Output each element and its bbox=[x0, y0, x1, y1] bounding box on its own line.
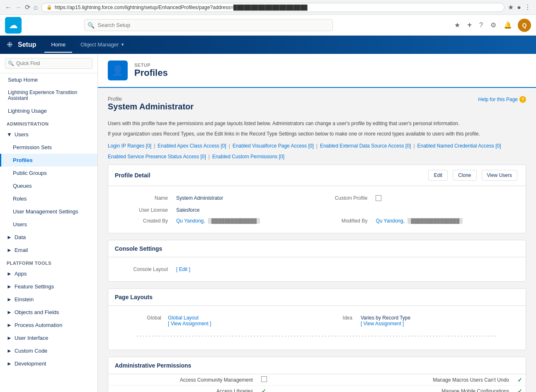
global-layout-cell: Global Layout [ View Assignment ] bbox=[165, 312, 308, 329]
sidebar-item-lightning-usage[interactable]: Lightning Usage bbox=[0, 104, 97, 117]
link-apex-class[interactable]: Enabled Apex Class Access [0] bbox=[158, 143, 226, 149]
link-custom-perms[interactable]: Enabled Custom Permissions [0] bbox=[212, 154, 284, 160]
view-assignment-global[interactable]: [ View Assignment ] bbox=[168, 321, 211, 327]
profile-name: System Administrator bbox=[108, 102, 194, 111]
chevron-down-icon: ▼ bbox=[121, 42, 125, 47]
sidebar-item-roles[interactable]: Roles bbox=[0, 192, 97, 205]
sidebar-group-custom-code[interactable]: ► Custom Code bbox=[0, 344, 97, 357]
profile-icon: 👤 bbox=[108, 60, 128, 80]
chevron-right-icon: ► bbox=[7, 309, 12, 315]
sidebar-item-users[interactable]: Users bbox=[0, 218, 97, 231]
star-icon[interactable]: ★ bbox=[453, 19, 462, 31]
chevron-right-icon: ► bbox=[7, 348, 12, 354]
url-text: https://ap15.lightning.force.com/lightni… bbox=[55, 5, 308, 10]
tab-object-manager[interactable]: Object Manager ▼ bbox=[74, 37, 131, 53]
perm-right-check-1: ✓ bbox=[514, 386, 526, 392]
profile-detail-card: Profile Detail Edit Clone View Users Nam… bbox=[108, 165, 526, 233]
bookmark-icon[interactable]: ★ bbox=[508, 3, 514, 11]
global-layout-link[interactable]: Global Layout bbox=[168, 315, 199, 321]
sidebar-group-user-interface[interactable]: ► User Interface bbox=[0, 332, 97, 344]
admin-permissions-card: Administrative Permissions Access Commun… bbox=[108, 357, 526, 392]
sidebar-group-feature-settings[interactable]: ► Feature Settings bbox=[0, 280, 97, 293]
chevron-right-icon: ► bbox=[7, 234, 12, 240]
link-visualforce[interactable]: Enabled Visualforce Page Access [0] bbox=[233, 143, 314, 149]
grid-icon[interactable]: ⁜ bbox=[7, 40, 13, 49]
help-text: Help for this Page bbox=[478, 97, 518, 102]
add-icon[interactable]: + bbox=[466, 19, 474, 31]
main-layout: 🔍 Setup Home Lightning Experience Transi… bbox=[0, 54, 536, 392]
sidebar-item-permission-sets[interactable]: Permission Sets bbox=[0, 141, 97, 154]
admin-permissions-body: Access Community Management Manage Macro… bbox=[108, 374, 526, 392]
clone-button[interactable]: Clone bbox=[453, 170, 476, 181]
page-header-text: SETUP Profiles bbox=[134, 63, 168, 78]
account-icon[interactable]: ● bbox=[517, 4, 521, 11]
perm-right-check-0: ✓ bbox=[514, 374, 526, 386]
modified-by-link[interactable]: Qu Yandong, bbox=[376, 218, 405, 224]
console-layout-row: Console Layout [ Edit ] bbox=[115, 264, 519, 275]
content-area: 👤 SETUP Profiles Profile System Administ… bbox=[98, 54, 536, 392]
help-link[interactable]: Help for this Page ? bbox=[478, 96, 526, 103]
sidebar-group-email[interactable]: ► Email bbox=[0, 244, 97, 256]
sidebar-group-users[interactable]: ▼ Users bbox=[0, 128, 97, 141]
settings-icon[interactable]: ⚙ bbox=[489, 19, 498, 31]
forward-button[interactable]: → bbox=[15, 4, 22, 11]
admin-permissions-header: Administrative Permissions bbox=[108, 357, 526, 374]
top-bar-actions: ★ + ? ⚙ 🔔 Q bbox=[453, 19, 531, 32]
sidebar-group-process-automation[interactable]: ► Process Automation bbox=[0, 319, 97, 332]
custom-profile-value bbox=[372, 193, 519, 205]
sidebar-item-profiles[interactable]: Profiles bbox=[0, 154, 97, 167]
sidebar: 🔍 Setup Home Lightning Experience Transi… bbox=[0, 54, 98, 392]
console-edit-link[interactable]: [ Edit ] bbox=[176, 266, 190, 272]
modified-by-label: Modified By bbox=[314, 215, 372, 226]
perm-row-0: Access Community Management Manage Macro… bbox=[108, 374, 526, 386]
help-icon[interactable]: ? bbox=[478, 20, 485, 31]
user-avatar[interactable]: Q bbox=[518, 19, 531, 32]
address-bar[interactable]: 🔒 https://ap15.lightning.force.com/light… bbox=[41, 3, 505, 12]
sidebar-section-admin: ADMINISTRATION bbox=[0, 117, 97, 128]
salesforce-logo[interactable]: ☁ bbox=[5, 17, 22, 34]
back-button[interactable]: ← bbox=[5, 4, 12, 11]
sidebar-item-queues[interactable]: Queues bbox=[0, 179, 97, 192]
sidebar-group-data[interactable]: ► Data bbox=[0, 231, 97, 244]
home-button[interactable]: ⌂ bbox=[34, 4, 38, 11]
sidebar-item-user-management[interactable]: User Management Settings bbox=[0, 205, 97, 218]
global-search-input[interactable] bbox=[84, 19, 333, 31]
sidebar-group-development[interactable]: ► Development bbox=[0, 357, 97, 370]
console-table: Console Layout [ Edit ] bbox=[115, 264, 519, 275]
edit-button[interactable]: Edit bbox=[428, 170, 448, 181]
user-license-label: User License bbox=[115, 205, 173, 215]
link-ext-data[interactable]: Enabled External Data Source Access [0] bbox=[320, 143, 411, 149]
profile-name-section: Profile System Administrator bbox=[108, 96, 194, 111]
page-layouts-title: Page Layouts bbox=[115, 294, 153, 300]
sidebar-item-setup-home[interactable]: Setup Home bbox=[0, 73, 97, 86]
sidebar-group-einstein[interactable]: ► Einstein bbox=[0, 293, 97, 306]
sidebar-item-public-groups[interactable]: Public Groups bbox=[0, 167, 97, 179]
object-manager-label: Object Manager bbox=[80, 41, 119, 48]
reload-button[interactable]: ⟳ bbox=[25, 3, 30, 11]
sidebar-group-apps[interactable]: ► Apps bbox=[0, 267, 97, 280]
view-assignment-idea[interactable]: [ View Assignment ] bbox=[361, 321, 404, 327]
quick-find-input[interactable] bbox=[5, 58, 92, 69]
link-named-cred[interactable]: Enabled Named Credential Access [0] bbox=[417, 143, 501, 149]
sidebar-search-container: 🔍 bbox=[0, 54, 97, 73]
sidebar-group-objects-fields[interactable]: ► Objects and Fields bbox=[0, 306, 97, 319]
link-service-presence[interactable]: Enabled Service Presence Status Access [… bbox=[108, 154, 206, 160]
dotted-separator: ········································… bbox=[115, 332, 519, 340]
detail-row-name: Name System Administrator Custom Profile bbox=[115, 193, 519, 205]
perm-left-check-0 bbox=[258, 374, 270, 386]
view-users-button[interactable]: View Users bbox=[482, 170, 517, 181]
tab-home[interactable]: Home bbox=[44, 37, 72, 53]
profile-detail-header: Profile Detail Edit Clone View Users bbox=[108, 165, 526, 186]
link-login-ip[interactable]: Login IP Ranges [0] bbox=[108, 143, 151, 149]
created-by-link[interactable]: Qu Yandong, bbox=[176, 218, 205, 224]
perm-left-label-1: Access Libraries bbox=[108, 386, 258, 392]
menu-icon[interactable]: ⋮ bbox=[524, 3, 531, 11]
notification-icon[interactable]: 🔔 bbox=[502, 19, 514, 31]
global-label: Global bbox=[115, 312, 165, 329]
global-search-container: 🔍 bbox=[84, 19, 333, 31]
search-icon: 🔍 bbox=[87, 22, 95, 29]
top-app-bar: ☁ 🔍 ★ + ? ⚙ 🔔 Q bbox=[0, 15, 536, 36]
modified-by-date: ███████████████ bbox=[407, 218, 463, 224]
sidebar-item-lightning-transition[interactable]: Lightning Experience Transition Assistan… bbox=[0, 86, 97, 104]
console-settings-card: Console Settings Console Layout [ Edit ] bbox=[108, 240, 526, 282]
